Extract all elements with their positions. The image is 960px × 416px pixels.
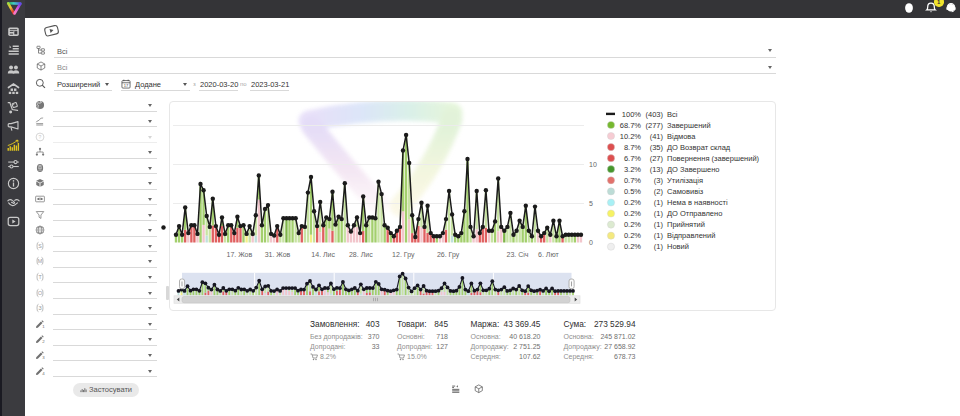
svg-text:Повернення (завершений): Повернення (завершений) bbox=[667, 154, 760, 163]
svg-text:0.2%: 0.2% bbox=[624, 242, 641, 251]
svg-text:(1): (1) bbox=[654, 231, 664, 240]
svg-text:(277): (277) bbox=[645, 121, 663, 130]
svg-text:(2): (2) bbox=[654, 187, 664, 196]
svg-text:(35): (35) bbox=[650, 143, 664, 152]
svg-text:Всі: Всі bbox=[667, 110, 678, 119]
svg-text:Завершений: Завершений bbox=[667, 121, 711, 130]
svg-text:28. Лис: 28. Лис bbox=[349, 251, 373, 258]
svg-text:(403): (403) bbox=[645, 110, 663, 119]
svg-text:Відправлений: Відправлений bbox=[667, 231, 715, 240]
svg-text:0.7%: 0.7% bbox=[624, 176, 641, 185]
svg-text:31. Жов: 31. Жов bbox=[265, 251, 291, 258]
svg-text:68.7%: 68.7% bbox=[620, 121, 642, 130]
svg-text:3.2%: 3.2% bbox=[624, 165, 641, 174]
svg-text:0.2%: 0.2% bbox=[624, 209, 641, 218]
svg-text:100%: 100% bbox=[622, 110, 642, 119]
svg-text:0.2%: 0.2% bbox=[624, 231, 641, 240]
svg-text:ДО Завершено: ДО Завершено bbox=[667, 165, 719, 174]
svg-text:0.5%: 0.5% bbox=[624, 187, 641, 196]
svg-text:(1): (1) bbox=[654, 220, 664, 229]
svg-text:(27): (27) bbox=[650, 154, 664, 163]
svg-text:10.2%: 10.2% bbox=[620, 132, 642, 141]
svg-text:(1): (1) bbox=[654, 198, 664, 207]
svg-text:Прийнятий: Прийнятий bbox=[667, 220, 705, 229]
svg-text:(1): (1) bbox=[654, 242, 664, 251]
svg-text:Самовивіз: Самовивіз bbox=[667, 187, 704, 196]
svg-text:12. Гру: 12. Гру bbox=[392, 251, 415, 259]
svg-text:(3): (3) bbox=[654, 176, 664, 185]
svg-text:0.2%: 0.2% bbox=[624, 220, 641, 229]
svg-text:5: 5 bbox=[589, 200, 593, 207]
svg-text:6. Лют: 6. Лют bbox=[538, 251, 559, 258]
svg-text:10: 10 bbox=[589, 161, 597, 168]
svg-text:0: 0 bbox=[589, 239, 593, 246]
svg-text:0.2%: 0.2% bbox=[624, 198, 641, 207]
svg-text:(41): (41) bbox=[650, 132, 664, 141]
svg-text:Утилізація: Утилізація bbox=[667, 176, 703, 185]
svg-text:8.7%: 8.7% bbox=[624, 143, 641, 152]
svg-text:(1): (1) bbox=[654, 209, 664, 218]
svg-text:ДО Отправлено: ДО Отправлено bbox=[667, 209, 722, 218]
svg-text:(13): (13) bbox=[650, 165, 664, 174]
svg-text:Нема в наявності: Нема в наявності bbox=[667, 198, 728, 207]
svg-text:17. Жов: 17. Жов bbox=[227, 251, 253, 258]
svg-text:ДО Возврат склад: ДО Возврат склад bbox=[667, 143, 731, 152]
svg-text:14. Лис: 14. Лис bbox=[311, 251, 335, 258]
svg-text:23. Січ: 23. Січ bbox=[507, 251, 529, 258]
svg-text:6.7%: 6.7% bbox=[624, 154, 641, 163]
svg-text:26. Гру: 26. Гру bbox=[437, 251, 460, 259]
svg-text:Новий: Новий bbox=[667, 242, 689, 251]
svg-text:Відмова: Відмова bbox=[667, 132, 696, 141]
